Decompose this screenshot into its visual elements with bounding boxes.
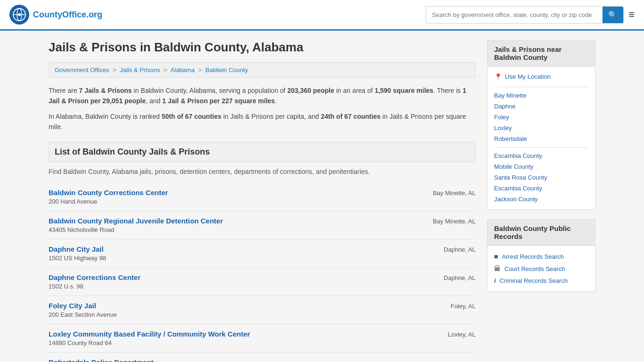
- jail-list: Baldwin County Corrections Center 200 Ha…: [49, 183, 476, 362]
- sidebar-records-section: Baldwin County Public Records ■ Arrest R…: [487, 219, 595, 292]
- jail-city: Daphne, AL: [444, 245, 476, 253]
- divider: [494, 147, 588, 148]
- menu-icon[interactable]: ≡: [628, 8, 635, 21]
- pin-icon: 📍: [494, 73, 502, 81]
- logo-icon: [9, 5, 29, 25]
- use-location-link[interactable]: Use My Location: [505, 71, 551, 82]
- jail-link[interactable]: Daphne City Jail: [49, 245, 104, 253]
- jail-info: Robertsdale Police Department: [49, 358, 154, 362]
- jail-address: 1502 U.s. 98: [49, 283, 140, 290]
- court-records-link[interactable]: Court Records Search: [504, 265, 565, 272]
- page-title: Jails & Prisons in Baldwin County, Alaba…: [49, 40, 476, 55]
- search-input[interactable]: [426, 8, 603, 22]
- jail-info: Baldwin County Corrections Center 200 Ha…: [49, 189, 168, 205]
- arrest-records-link[interactable]: Arrest Records Search: [502, 253, 564, 260]
- divider: [494, 87, 588, 87]
- sidebar-link-bay-minette[interactable]: Bay Minette: [494, 90, 588, 101]
- svg-point-4: [18, 13, 21, 16]
- jail-info: Daphne Corrections Center 1502 U.s. 98: [49, 273, 140, 290]
- content-area: Jails & Prisons in Baldwin County, Alaba…: [49, 40, 476, 362]
- sidebar-records-header: Baldwin County Public Records: [487, 220, 595, 246]
- breadcrumb: Government Offices > Jails & Prisons > A…: [49, 62, 476, 78]
- jail-city: Bay Minette, AL: [433, 189, 476, 197]
- breadcrumb-alabama[interactable]: Alabama: [171, 66, 195, 74]
- sidebar-link-santa-rosa[interactable]: Santa Rosa County: [494, 172, 588, 183]
- jail-link[interactable]: Daphne Corrections Center: [49, 273, 140, 281]
- jail-city: Daphne, AL: [444, 273, 476, 281]
- jail-address: 43405 Nicholsville Road: [49, 226, 223, 233]
- breadcrumb-govt-offices[interactable]: Government Offices: [55, 66, 109, 74]
- search-button[interactable]: 🔍: [603, 7, 623, 23]
- criminal-icon: i: [494, 277, 496, 284]
- sidebar-records-content: ■ Arrest Records Search 🏛 Court Records …: [487, 246, 595, 291]
- arrest-icon: ■: [494, 253, 498, 260]
- table-row: Daphne Corrections Center 1502 U.s. 98 D…: [49, 268, 476, 296]
- jail-info: Foley City Jail 200 East Section Avenue: [49, 302, 117, 318]
- sidebar: Jails & Prisons near Baldwin County 📍 Us…: [487, 40, 595, 362]
- search-icon: 🔍: [608, 11, 618, 19]
- sidebar-link-daphne[interactable]: Daphne: [494, 101, 588, 112]
- jail-address: 1502 US Highway 98: [49, 255, 106, 262]
- jail-address: 200 East Section Avenue: [49, 311, 117, 318]
- jail-link[interactable]: Loxley Community Based Facility / Commun…: [49, 330, 250, 338]
- list-item: i Criminal Records Search: [494, 275, 588, 287]
- jail-address: 200 Hand Avenue: [49, 198, 168, 205]
- jail-link[interactable]: Baldwin County Regional Juvenile Detenti…: [49, 217, 223, 225]
- jail-address: 14880 County Road 64: [49, 339, 250, 346]
- breadcrumb-jails[interactable]: Jails & Prisons: [120, 66, 160, 74]
- header: CountyOffice.org 🔍 ≡: [0, 0, 644, 31]
- jail-info: Loxley Community Based Facility / Commun…: [49, 330, 250, 346]
- logo-suffix: .org: [86, 10, 102, 19]
- sidebar-link-robertsdale[interactable]: Robertsdale: [494, 133, 588, 144]
- table-row: Baldwin County Corrections Center 200 Ha…: [49, 183, 476, 211]
- sidebar-nearby-content: 📍 Use My Location Bay Minette Daphne Fol…: [487, 66, 595, 209]
- sidebar-link-escambia[interactable]: Escambia County: [494, 150, 588, 161]
- table-row: Foley City Jail 200 East Section Avenue …: [49, 296, 476, 324]
- intro-paragraph-2: In Alabama, Baldwin County is ranked 50t…: [49, 111, 476, 132]
- search-bar: 🔍: [426, 6, 624, 24]
- table-row: Baldwin County Regional Juvenile Detenti…: [49, 211, 476, 239]
- jail-info: Baldwin County Regional Juvenile Detenti…: [49, 217, 223, 233]
- logo-name: CountyOffice: [33, 10, 86, 19]
- header-right: 🔍 ≡: [426, 6, 635, 24]
- jail-city: Loxley, AL: [448, 330, 476, 338]
- jail-city: Foley, AL: [451, 302, 476, 310]
- jail-link[interactable]: Foley City Jail: [49, 302, 96, 310]
- use-location-row: 📍 Use My Location: [494, 71, 588, 82]
- sidebar-link-mobile[interactable]: Mobile County: [494, 161, 588, 172]
- logo-area: CountyOffice.org: [9, 5, 102, 25]
- breadcrumb-baldwin[interactable]: Baldwin County: [206, 66, 248, 74]
- logo-text: CountyOffice.org: [33, 10, 102, 20]
- list-item: 🏛 Court Records Search: [494, 263, 588, 275]
- list-section-header: List of Baldwin County Jails & Prisons: [49, 142, 476, 162]
- criminal-records-link[interactable]: Criminal Records Search: [500, 277, 568, 284]
- list-section-desc: Find Baldwin County, Alabama jails, pris…: [49, 168, 476, 175]
- main-container: Jails & Prisons in Baldwin County, Alaba…: [39, 31, 605, 362]
- jail-link[interactable]: Robertsdale Police Department: [49, 358, 154, 362]
- table-row: Loxley Community Based Facility / Commun…: [49, 324, 476, 353]
- list-item: ■ Arrest Records Search: [494, 250, 588, 263]
- table-row: Daphne City Jail 1502 US Highway 98 Daph…: [49, 239, 476, 268]
- jail-city: Bay Minette, AL: [433, 217, 476, 225]
- table-row: Robertsdale Police Department: [49, 353, 476, 362]
- jail-link[interactable]: Baldwin County Corrections Center: [49, 189, 168, 197]
- jail-info: Daphne City Jail 1502 US Highway 98: [49, 245, 106, 262]
- sidebar-link-foley[interactable]: Foley: [494, 112, 588, 123]
- sidebar-nearby-section: Jails & Prisons near Baldwin County 📍 Us…: [487, 40, 595, 210]
- sidebar-link-loxley[interactable]: Loxley: [494, 123, 588, 133]
- sidebar-link-jackson[interactable]: Jackson County: [494, 194, 588, 205]
- intro-paragraph-1: There are 7 Jails & Prisons in Baldwin C…: [49, 85, 476, 107]
- sidebar-link-escambia2[interactable]: Escambia County: [494, 183, 588, 194]
- court-icon: 🏛: [494, 265, 501, 272]
- sidebar-nearby-header: Jails & Prisons near Baldwin County: [487, 41, 595, 66]
